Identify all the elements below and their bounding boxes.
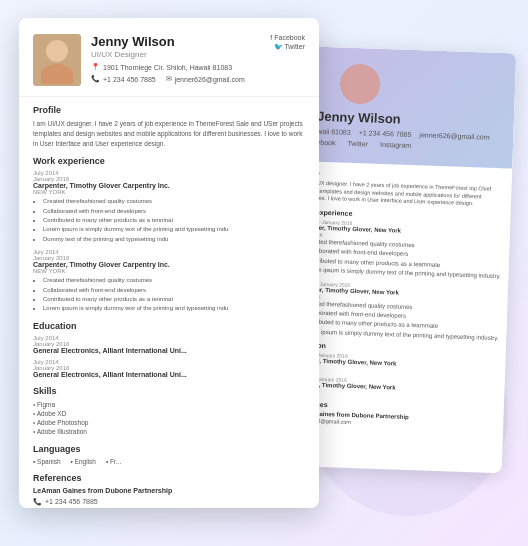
social-twitter: 🐦 Twitter	[274, 43, 305, 51]
front-phone: +1 234 456 7885	[103, 76, 156, 83]
work-entry-2: July 2014 January 2016 Carpenter, Timoth…	[33, 249, 305, 313]
edu-entry-1: July 2014 January 2016 General Electroni…	[33, 335, 305, 354]
back-social-twitter: Twitter	[347, 140, 368, 148]
front-job-title: UI/UX Designer	[91, 50, 260, 59]
social-facebook: f Facebook	[270, 34, 305, 41]
skill-item-illustration: Adobe Illustration	[33, 427, 305, 436]
skill-item-figma: Figma	[33, 400, 305, 409]
back-edu-entry-2: July 2014 - January 2016 Carpenter, Timo…	[290, 375, 499, 401]
profile-section-title: Profile	[33, 105, 305, 115]
edu-entry-2: July 2014 January 2016 General Electroni…	[33, 359, 305, 378]
skills-section-title: Skills	[33, 386, 305, 396]
front-address-row: 📍 1901 Thornlege Cir. Shiloh, Hawaii 810…	[91, 63, 260, 71]
phone-icon: 📞	[91, 75, 100, 83]
languages-row: • Spanish • English • Fr...	[33, 458, 305, 465]
front-phone-row: 📞 +1 234 456 7885 ✉ jenner626@gmail.com	[91, 75, 260, 83]
back-socials: Facebook Twitter Instagram	[305, 138, 412, 149]
lang-english: • English	[71, 458, 96, 465]
lang-section-title: Languages	[33, 444, 305, 454]
ref-phone: +1 234 456 7885	[45, 498, 98, 505]
front-email: jenner626@gmail.com	[175, 76, 245, 83]
front-social: f Facebook 🐦 Twitter	[270, 34, 305, 51]
resume-front-card: Jenny Wilson UI/UX Designer 📍 1901 Thorn…	[19, 18, 319, 508]
ref-section-title: References	[33, 473, 305, 483]
lang-french: • Fr...	[106, 458, 121, 465]
ref-entry-1: LeAman Gaines from Dubone Partnership 📞 …	[33, 487, 305, 508]
back-work-entry-2: July 2014 - January 2016 Carpenter, Timo…	[292, 280, 502, 343]
work-section-title: Work experience	[33, 156, 305, 166]
email-icon: ✉	[166, 75, 172, 83]
front-body: Profile I am UI/UX designer. I have 2 ye…	[19, 97, 319, 508]
ref-phone-icon: 📞	[33, 498, 42, 506]
lang-spanish: • Spanish	[33, 458, 61, 465]
back-profile-text: I am UI/UX designer. I have 2 years of j…	[297, 179, 506, 209]
skill-item-photoshop: Adobe Photoshop	[33, 418, 305, 427]
resume-container: Jenny Wilson 404 Thornlege Dr. Shiloh, H…	[19, 18, 509, 528]
back-phone: +1 234 456 7885	[359, 129, 412, 138]
front-address: 1901 Thornlege Cir. Shiloh, Hawaii 81083	[103, 64, 232, 71]
back-ref-entry-1: LaAman Gaines from Dubone Partnership ✉ …	[289, 410, 497, 432]
back-name: Jenny Wilson	[317, 109, 401, 127]
front-header: Jenny Wilson UI/UX Designer 📍 1901 Thorn…	[19, 18, 319, 97]
edu-section-title: Education	[33, 321, 305, 331]
skills-list: Figma Adobe XD Adobe Photoshop Adobe Ill…	[33, 400, 305, 436]
back-email: jenner626@gmail.com	[419, 131, 489, 140]
skill-item-xd: Adobe XD	[33, 409, 305, 418]
location-icon: 📍	[91, 63, 100, 71]
back-work-entry-1: July 2014 - January 2016 Carpenter, Timo…	[294, 218, 504, 281]
back-social-instagram: Instagram	[380, 141, 411, 149]
profile-text: I am UI/UX designer. I have 2 years of j…	[33, 119, 305, 148]
front-name: Jenny Wilson	[91, 34, 260, 49]
work-entry-1: July 2014 January 2016 Carpenter, Timoth…	[33, 170, 305, 243]
front-info: Jenny Wilson UI/UX Designer 📍 1901 Thorn…	[91, 34, 260, 83]
front-avatar	[33, 34, 81, 86]
back-edu-entry-1: July 2014 - January 2016 Carpenter, Timo…	[291, 351, 500, 377]
back-avatar	[339, 63, 380, 104]
